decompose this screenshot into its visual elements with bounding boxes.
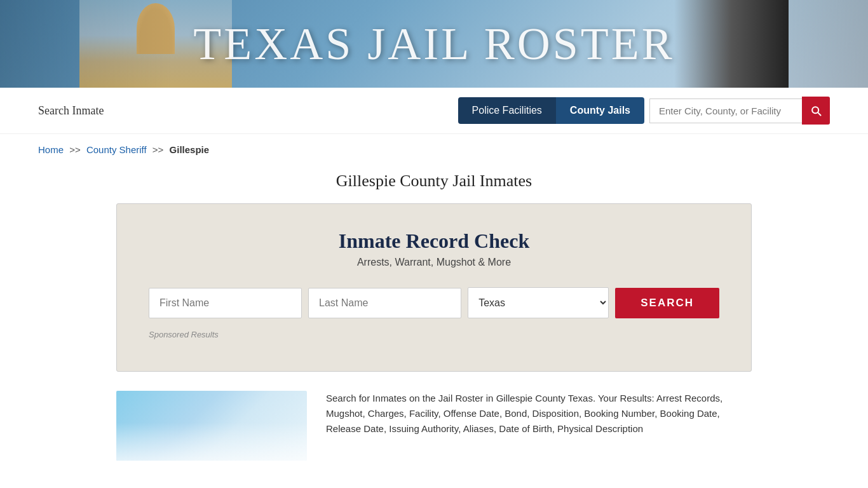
main-container: Gillespie County Jail Inmates Inmate Rec… (78, 172, 790, 461)
bottom-section: Search for Inmates on the Jail Roster in… (116, 391, 752, 461)
record-check-subtitle: Arrests, Warrant, Mugshot & More (149, 257, 719, 268)
breadcrumb-current: Gillespie (170, 144, 210, 155)
record-check-title: Inmate Record Check (149, 229, 719, 253)
bottom-image (116, 391, 307, 461)
nav-bar: Search Inmate Police Facilities County J… (0, 88, 868, 134)
bottom-description: Search for Inmates on the Jail Roster in… (326, 391, 752, 437)
breadcrumb-home[interactable]: Home (38, 144, 64, 155)
police-facilities-button[interactable]: Police Facilities (458, 97, 556, 124)
breadcrumb-sep-1: >> (69, 144, 81, 155)
nav-search-inmate-label: Search Inmate (38, 104, 104, 118)
first-name-input[interactable] (149, 288, 302, 318)
record-check-box: Inmate Record Check Arrests, Warrant, Mu… (116, 203, 752, 372)
breadcrumb-sep-2: >> (153, 144, 164, 155)
nav-search-button[interactable] (802, 97, 830, 125)
nav-search-input[interactable] (649, 98, 802, 123)
last-name-input[interactable] (308, 288, 461, 318)
header-banner: Texas Jail Roster (0, 0, 868, 88)
page-title: Gillespie County Jail Inmates (116, 172, 752, 191)
search-icon (810, 104, 822, 117)
county-jails-button[interactable]: County Jails (556, 97, 644, 124)
keys-image (674, 0, 789, 88)
breadcrumb: Home >> County Sheriff >> Gillespie (0, 134, 868, 165)
record-search-button[interactable]: SEARCH (615, 288, 719, 318)
breadcrumb-county-sheriff[interactable]: County Sheriff (86, 144, 147, 155)
state-select[interactable]: AlabamaAlaskaArizonaArkansasCaliforniaCo… (468, 287, 609, 318)
nav-right-group: Police Facilities County Jails (458, 97, 830, 125)
cloud-overlay (116, 423, 307, 461)
site-title: Texas Jail Roster (193, 18, 674, 71)
sponsored-label: Sponsored Results (149, 330, 719, 339)
nav-search-group (649, 97, 830, 125)
record-check-form: AlabamaAlaskaArizonaArkansasCaliforniaCo… (149, 287, 719, 318)
